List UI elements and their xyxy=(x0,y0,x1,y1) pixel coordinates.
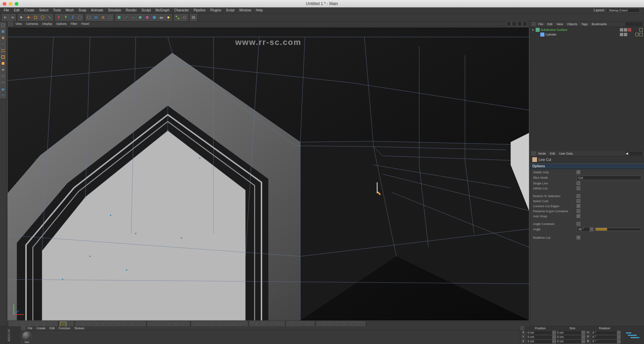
render-region-button[interactable] xyxy=(107,14,113,21)
coords-pos-input[interactable]: 0 cm xyxy=(526,331,552,335)
tree-item-cylinder[interactable]: Cylinder xyxy=(531,32,643,37)
attr-checkbox-select-cuts[interactable] xyxy=(577,199,580,203)
attr-checkbox-single-line[interactable] xyxy=(577,181,580,185)
matmgr-menu-texture[interactable]: Texture xyxy=(72,326,87,330)
menubar-item-file[interactable]: File xyxy=(1,8,11,13)
menubar-item-select[interactable]: Select xyxy=(37,8,51,13)
attr-checkbox-infinite-cut[interactable] xyxy=(577,186,580,190)
scale-tool[interactable] xyxy=(32,14,39,21)
matmgr-menu-function[interactable]: Function xyxy=(57,326,72,330)
polygons-mode[interactable] xyxy=(0,60,6,66)
coords-pos-input[interactable]: 0 cm xyxy=(526,335,552,339)
locked-workplane[interactable] xyxy=(0,86,6,92)
options-section-header[interactable]: Options xyxy=(530,163,644,169)
visibility-render-toggle[interactable] xyxy=(624,28,627,32)
visibility-editor-toggle[interactable] xyxy=(620,33,623,36)
visibility-editor-toggle[interactable] xyxy=(620,28,623,32)
attrmgr-menu-user-data[interactable]: User Data xyxy=(557,152,575,156)
obj-mgr-menu-icon[interactable] xyxy=(639,22,643,26)
attr-checkbox-preserve-n-gon-curvature[interactable] xyxy=(577,209,580,213)
coords-rot-input[interactable]: 0 ° xyxy=(591,331,617,335)
viewport-lock-icon[interactable] xyxy=(8,21,13,26)
menubar-item-mesh[interactable]: Mesh xyxy=(63,8,76,13)
attr-nav-new[interactable] xyxy=(639,152,643,156)
z-axis-lock[interactable]: Z xyxy=(69,14,76,21)
attr-slider-angle[interactable] xyxy=(595,228,641,231)
spinner-down[interactable] xyxy=(590,229,593,231)
attr-checkbox-auto-snap[interactable] xyxy=(577,214,580,218)
objmgr-menu-tags[interactable]: Tags xyxy=(579,22,590,26)
content-browser-button[interactable] xyxy=(190,14,197,21)
3d-viewport[interactable]: www.rr-sc.com xyxy=(7,27,529,321)
objmgr-menu-bookmarks[interactable]: Bookmarks xyxy=(590,22,609,26)
material-thumb-mat[interactable]: Mat xyxy=(21,331,33,344)
viewport-menu-display[interactable]: Display xyxy=(40,22,54,26)
coords-rot-input[interactable]: 0 ° xyxy=(591,339,617,344)
generator-disabled-icon[interactable] xyxy=(628,28,631,32)
coords-size-input[interactable]: 0 cm xyxy=(556,335,582,339)
make-editable-button[interactable] xyxy=(0,22,6,28)
menubar-item-tools[interactable]: Tools xyxy=(51,8,63,13)
cube-primitive[interactable] xyxy=(116,14,122,21)
maximize-window-button[interactable] xyxy=(15,2,18,6)
viewport-toggle-icon[interactable] xyxy=(523,21,527,26)
menubar-item-help[interactable]: Help xyxy=(254,8,265,13)
attrmgr-menu-edit[interactable]: Edit xyxy=(548,152,557,156)
effectors-button[interactable] xyxy=(181,14,188,21)
attr-checkbox-angle-constrain[interactable] xyxy=(577,222,580,226)
edges-mode[interactable] xyxy=(0,54,6,60)
objmgr-menu-file[interactable]: File xyxy=(536,22,545,26)
tag-icon[interactable] xyxy=(635,33,639,36)
menubar-item-snap[interactable]: Snap xyxy=(76,8,89,13)
objmgr-menu-view[interactable]: View xyxy=(554,22,565,26)
viewport-menu-view[interactable]: View xyxy=(13,22,24,26)
attr-checkbox-realtime-cut[interactable] xyxy=(577,236,580,239)
viewport-zoom-icon[interactable] xyxy=(512,21,517,26)
obj-mgr-filter-icon[interactable] xyxy=(634,22,638,26)
coords-size-input[interactable]: 0 cm xyxy=(556,331,582,335)
texture-mode[interactable] xyxy=(0,35,6,41)
matmgr-menu-create[interactable]: Create xyxy=(35,326,48,330)
attr-checkbox-visible-only[interactable] xyxy=(577,170,580,174)
layout-dropdown[interactable]: Startup (User) xyxy=(606,8,640,13)
viewport-menu-options[interactable]: Options xyxy=(54,22,68,26)
points-mode[interactable] xyxy=(0,48,6,54)
obj-mgr-nav-icon[interactable] xyxy=(630,22,634,26)
enable-axis[interactable] xyxy=(0,67,6,73)
close-window-button[interactable] xyxy=(3,2,6,6)
menubar-item-render[interactable]: Render xyxy=(123,8,139,13)
recent-tool[interactable] xyxy=(46,14,53,21)
viewport-menu-filter[interactable]: Filter xyxy=(68,22,79,26)
attr-value-angle[interactable]: 45 ° xyxy=(577,227,590,232)
viewport-menu-cameras[interactable]: Cameras xyxy=(24,22,40,26)
viewport-solo[interactable] xyxy=(0,73,6,79)
rotate-tool[interactable] xyxy=(39,14,46,21)
redo-button[interactable] xyxy=(9,14,16,21)
enable-snap[interactable] xyxy=(0,79,6,85)
tag-icon-2[interactable] xyxy=(639,33,643,36)
visibility-render-toggle[interactable] xyxy=(624,33,627,36)
coord-sys-button[interactable] xyxy=(76,14,83,21)
coords-pos-input[interactable]: 0 cm xyxy=(526,339,552,344)
x-axis-lock[interactable]: X xyxy=(55,14,62,21)
render-settings-button[interactable] xyxy=(100,14,106,21)
selection-tool[interactable] xyxy=(18,14,25,21)
viewport-orbit-icon[interactable] xyxy=(517,21,522,26)
coords-lock-icon[interactable] xyxy=(520,326,524,330)
workplane-mode[interactable] xyxy=(0,41,6,47)
attr-select-slice-mode[interactable]: Cut xyxy=(577,175,641,180)
menubar-item-create[interactable]: Create xyxy=(22,8,37,13)
y-axis-lock[interactable]: Y xyxy=(62,14,69,21)
model-mode[interactable] xyxy=(0,28,6,35)
menubar-item-animate[interactable]: Animate xyxy=(89,8,106,13)
tree-item-subdivision-surface[interactable]: ▾Subdivision Surface xyxy=(531,27,643,32)
undo-button[interactable] xyxy=(2,14,9,21)
menubar-item-plugins[interactable]: Plugins xyxy=(208,8,224,13)
viewport-menu-panel[interactable]: Panel xyxy=(79,22,91,26)
environment-button[interactable] xyxy=(151,14,158,21)
menubar-item-sculpt[interactable]: Sculpt xyxy=(139,8,153,13)
mat-mgr-lock-icon[interactable] xyxy=(21,326,25,330)
render-pv-button[interactable] xyxy=(93,14,99,21)
obj-mgr-lock-icon[interactable] xyxy=(532,22,536,26)
tag-icon[interactable] xyxy=(639,28,643,32)
